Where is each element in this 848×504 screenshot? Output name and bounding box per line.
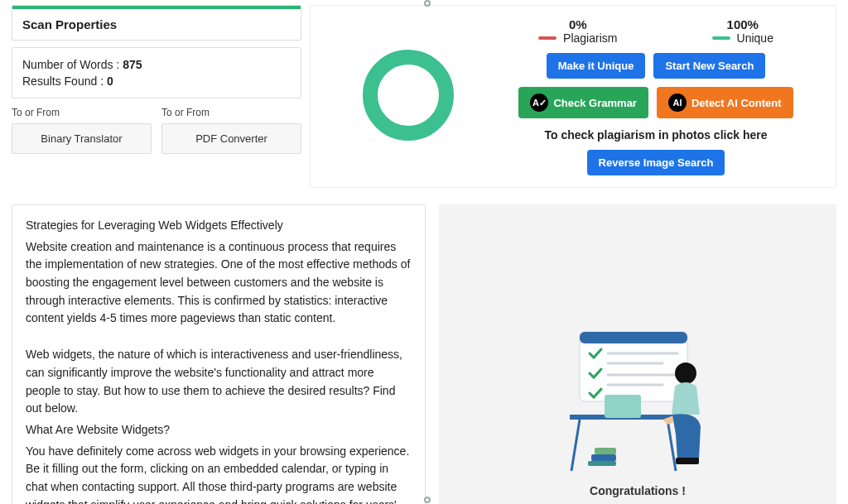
article-heading: Strategies for Leveraging Web Widgets Ef… <box>26 217 412 235</box>
plagiarism-percent-block: 0% Plagiarism <box>538 17 617 45</box>
check-grammar-button[interactable]: A✓ Check Grammar <box>518 87 648 118</box>
unique-percent-value: 100% <box>712 17 773 31</box>
svg-point-10 <box>675 362 696 384</box>
svg-rect-14 <box>595 448 616 454</box>
resize-handle-bottom[interactable] <box>424 497 431 503</box>
results-found-line: Results Found : 0 <box>22 74 291 88</box>
svg-rect-9 <box>605 395 641 418</box>
article-paragraph-3: You have definitely come across web widg… <box>26 443 412 504</box>
word-count-value: 875 <box>123 58 142 71</box>
unique-label: Unique <box>737 31 773 45</box>
pdf-converter-button[interactable]: PDF Converter <box>161 123 301 154</box>
results-found-value: 0 <box>107 74 113 88</box>
detect-ai-button[interactable]: AI Detect AI Content <box>657 87 793 118</box>
svg-rect-13 <box>591 454 616 461</box>
results-found-label: Results Found : <box>22 74 104 88</box>
pdf-converter-hint: To or From <box>161 107 301 118</box>
input-text-panel[interactable]: Strategies for Leveraging Web Widgets Ef… <box>12 204 426 504</box>
make-unique-button[interactable]: Make it Unique <box>547 53 646 79</box>
article-paragraph-2: Web widgets, the nature of which is inte… <box>26 346 412 418</box>
unique-percent-block: 100% Unique <box>712 17 773 45</box>
svg-rect-12 <box>588 461 616 466</box>
svg-rect-11 <box>676 458 699 464</box>
article-subheading: What Are Website Widgets? <box>26 421 412 439</box>
congratulations-text: Congratulations ! <box>590 484 686 497</box>
scan-stats-box: Number of Words : 875 Results Found : 0 <box>12 47 301 98</box>
results-summary-panel: 0% Plagiarism 100% Unique Make it Unique <box>310 5 836 188</box>
plagiarism-color-indicator <box>538 36 556 40</box>
ai-icon: AI <box>668 94 687 112</box>
plagiarism-percent-value: 0% <box>538 17 617 31</box>
grammar-icon: A✓ <box>530 94 548 112</box>
result-display-panel: Congratulations ! No Plagiarism Found <box>439 204 836 504</box>
uniqueness-donut-chart <box>363 50 454 141</box>
scan-properties-title: Scan Properties <box>12 9 301 40</box>
resize-handle-top[interactable] <box>424 0 431 7</box>
binary-translator-hint: To or From <box>12 107 152 118</box>
binary-translator-button[interactable]: Binary Translator <box>12 123 152 154</box>
word-count-line: Number of Words : 875 <box>22 58 291 71</box>
no-plagiarism-illustration <box>547 329 729 478</box>
paragraph-spacer <box>26 331 412 343</box>
article-paragraph-1: Website creation and maintenance is a co… <box>26 238 412 328</box>
svg-line-7 <box>571 420 580 471</box>
start-new-search-button[interactable]: Start New Search <box>653 53 765 79</box>
scan-properties-panel: Scan Properties <box>12 5 301 41</box>
word-count-label: Number of Words : <box>22 58 119 71</box>
unique-color-indicator <box>712 36 730 40</box>
reverse-image-search-button[interactable]: Reverse Image Search <box>587 150 725 175</box>
plagiarism-label: Plagiarism <box>563 31 617 45</box>
svg-rect-1 <box>580 332 687 343</box>
svg-line-8 <box>667 420 676 471</box>
photo-plagiarism-hint[interactable]: To check plagiarism in photos click here <box>545 128 768 142</box>
